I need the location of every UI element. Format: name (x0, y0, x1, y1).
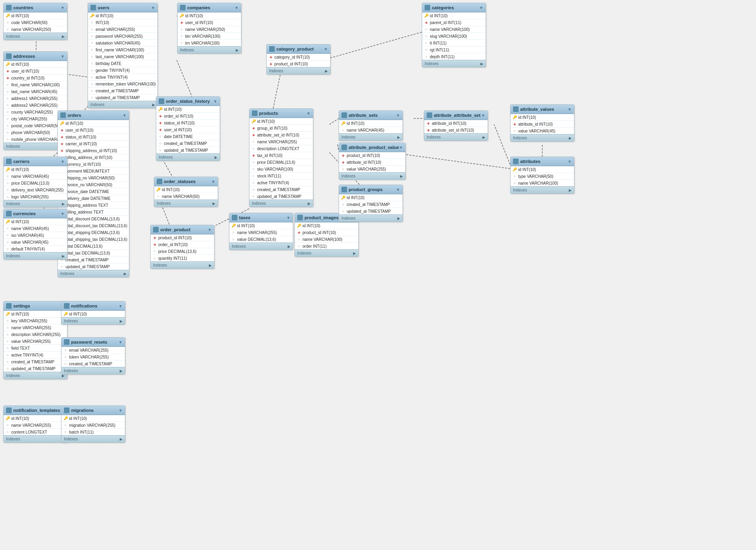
table-header-notification_templates[interactable]: notification_templates▼ (4, 406, 67, 415)
pk-icon: 🔑 (90, 13, 94, 18)
indexes-footer-password_resets[interactable]: Indexes▶ (61, 367, 125, 374)
indexes-footer-attribute_values[interactable]: Indexes▶ (511, 134, 574, 141)
table-header-companies[interactable]: companies▼ (178, 3, 241, 12)
table-header-currencies[interactable]: currencies▼ (4, 209, 67, 218)
filter-icon-attribute_sets[interactable]: ▼ (396, 113, 400, 118)
indexes-footer-notification_templates[interactable]: Indexes▶ (4, 435, 67, 442)
table-icon-settings (6, 303, 12, 309)
indexes-arrow: ▶ (62, 254, 65, 258)
field-label: billing_address_id INT(10) (65, 155, 112, 160)
table-header-countries[interactable]: countries▼ (4, 3, 67, 12)
field-icon: ○ (341, 167, 345, 171)
table-header-attribute_attribute_set[interactable]: attribute_attribute_set▼ (424, 111, 488, 120)
table-header-category_product[interactable]: category_product▼ (267, 45, 330, 54)
filter-icon-countries[interactable]: ▼ (61, 6, 65, 10)
indexes-label: Indexes (90, 102, 104, 107)
indexes-footer-attributes[interactable]: Indexes▶ (511, 186, 574, 194)
filter-icon-order_product[interactable]: ▼ (208, 228, 212, 232)
filter-icon-product_groups[interactable]: ▼ (396, 187, 400, 192)
table-header-product_groups[interactable]: product_groups▼ (339, 185, 403, 194)
fk-icon: ◈ (59, 128, 64, 132)
field-icon: ○ (251, 160, 256, 165)
table-row: ○description LONGTEXT (249, 145, 313, 152)
table-header-orders[interactable]: orders▼ (58, 111, 129, 120)
indexes-label: Indexes (64, 369, 78, 373)
table-header-order_product[interactable]: order_product▼ (151, 225, 214, 234)
indexes-footer-attribute_sets[interactable]: Indexes▶ (339, 133, 403, 141)
table-header-password_resets[interactable]: password_resets▼ (61, 338, 125, 347)
indexes-footer-orders[interactable]: Indexes▶ (58, 270, 129, 277)
table-header-carriers[interactable]: carriers▼ (4, 157, 67, 166)
filter-icon-password_resets[interactable]: ▼ (119, 340, 123, 344)
indexes-footer-attribute_attribute_set[interactable]: Indexes▶ (424, 133, 488, 141)
filter-icon-addresses[interactable]: ▼ (61, 54, 65, 59)
filter-icon-category_product[interactable]: ▼ (324, 47, 328, 51)
table-header-order_status_history[interactable]: order_status_history▼ (156, 97, 220, 106)
table-header-users[interactable]: users▼ (88, 3, 157, 12)
indexes-footer-carriers[interactable]: Indexes▶ (4, 200, 67, 207)
table-name-order_statuses: order_statuses (164, 179, 211, 184)
table-header-order_statuses[interactable]: order_statuses▼ (154, 177, 218, 186)
table-settings: settings▼🔑id INT(10)○key VARCHAR(255)○na… (3, 301, 67, 379)
field-label: value VARCHAR(255) (347, 167, 386, 171)
table-body-carriers: 🔑id INT(10)○name VARCHAR(45)○price DECIM… (4, 166, 67, 200)
filter-icon-carriers[interactable]: ▼ (61, 159, 65, 164)
table-header-migrations[interactable]: migrations▼ (61, 406, 125, 415)
filter-icon-attribute_values[interactable]: ▼ (568, 107, 572, 112)
indexes-footer-order_status_history[interactable]: Indexes▶ (156, 153, 220, 161)
field-label: content LONGTEXT (11, 430, 47, 434)
table-row: ○address1 VARCHAR(255) (4, 95, 67, 102)
table-header-attribute_values[interactable]: attribute_values▼ (511, 105, 574, 114)
filter-icon-categories[interactable]: ▼ (479, 6, 483, 10)
filter-icon-notifications[interactable]: ▼ (119, 304, 123, 308)
table-header-taxes[interactable]: taxes▼ (229, 213, 293, 222)
indexes-footer-users[interactable]: Indexes▶ (88, 101, 157, 108)
indexes-footer-product_groups[interactable]: Indexes▶ (339, 214, 403, 222)
table-row: 🔑id INT(10) (178, 12, 241, 19)
filter-icon-attribute_attribute_set[interactable]: ▼ (481, 113, 485, 118)
indexes-footer-products[interactable]: Indexes▶ (249, 200, 313, 207)
filter-icon-attributes[interactable]: ▼ (568, 159, 572, 164)
field-icon: ○ (90, 41, 94, 45)
indexes-footer-currencies[interactable]: Indexes▶ (4, 252, 67, 259)
filter-icon-attribute_product_value[interactable]: ▼ (399, 145, 403, 150)
indexes-footer-migrations[interactable]: Indexes▶ (61, 435, 125, 442)
indexes-footer-notifications[interactable]: Indexes▶ (61, 317, 125, 324)
filter-icon-taxes[interactable]: ▼ (286, 216, 290, 220)
filter-icon-migrations[interactable]: ▼ (119, 408, 123, 413)
indexes-footer-companies[interactable]: Indexes▶ (178, 46, 241, 53)
filter-icon-companies[interactable]: ▼ (235, 6, 239, 10)
filter-icon-order_status_history[interactable]: ▼ (213, 99, 217, 104)
field-label: id INT(10) (69, 416, 87, 421)
field-label: name VARCHAR(45) (11, 174, 49, 179)
table-header-addresses[interactable]: addresses▼ (4, 52, 67, 61)
indexes-footer-taxes[interactable]: Indexes▶ (229, 242, 293, 250)
indexes-footer-attribute_product_value[interactable]: Indexes▶ (339, 172, 405, 179)
indexes-footer-countries[interactable]: Indexes▶ (4, 33, 67, 40)
table-header-notifications[interactable]: notifications▼ (61, 301, 125, 311)
field-icon: ○ (251, 187, 256, 192)
field-label: id INT(10) (11, 312, 29, 316)
table-header-attributes[interactable]: attributes▼ (511, 157, 574, 166)
field-icon: ○ (512, 128, 517, 133)
pk-icon: 🔑 (341, 121, 345, 126)
filter-icon-order_statuses[interactable]: ▼ (211, 179, 215, 184)
filter-icon-users[interactable]: ▼ (151, 6, 155, 10)
indexes-footer-order_product[interactable]: Indexes▶ (151, 261, 214, 269)
filter-icon-currencies[interactable]: ▼ (61, 212, 65, 216)
table-row: ◈attribute_id INT(10) (339, 159, 405, 166)
indexes-footer-settings[interactable]: Indexes▶ (4, 372, 67, 379)
filter-icon-orders[interactable]: ▼ (123, 113, 127, 118)
table-header-products[interactable]: products▼ (249, 109, 313, 118)
pk-icon: 🔑 (5, 13, 10, 18)
table-header-attribute_product_value[interactable]: attribute_product_value▼ (339, 143, 405, 152)
indexes-footer-order_statuses[interactable]: Indexes▶ (154, 200, 218, 207)
table-header-settings[interactable]: settings▼ (4, 301, 67, 311)
filter-icon-products[interactable]: ▼ (306, 111, 311, 116)
indexes-footer-product_images[interactable]: Indexes▶ (295, 249, 358, 257)
table-row: ◈country_id INT(10) (4, 75, 67, 81)
indexes-footer-categories[interactable]: Indexes▶ (422, 60, 486, 67)
indexes-footer-category_product[interactable]: Indexes▶ (267, 67, 330, 74)
table-header-attribute_sets[interactable]: attribute_sets▼ (339, 111, 403, 120)
table-header-categories[interactable]: categories▼ (422, 3, 486, 12)
